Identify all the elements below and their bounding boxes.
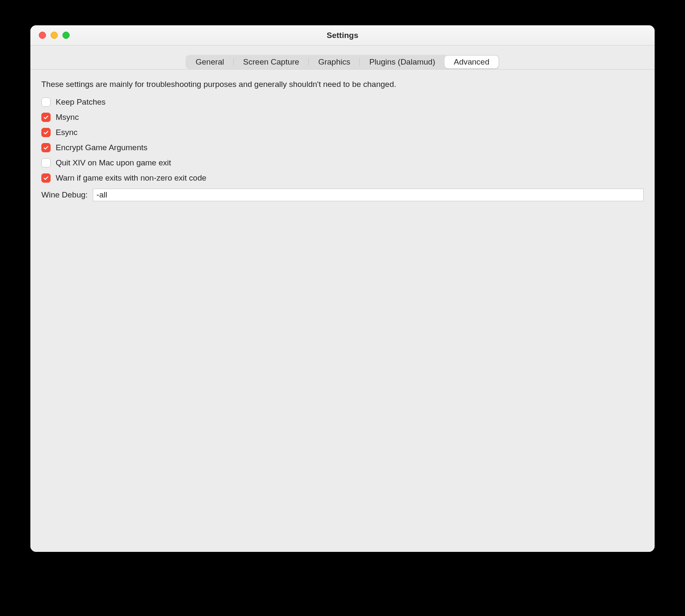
checkbox-quit-on-exit[interactable]: Quit XIV on Mac upon game exit xyxy=(41,158,644,168)
checkbox-encrypt-args[interactable]: Encrypt Game Arguments xyxy=(41,143,644,152)
checkbox-box[interactable] xyxy=(41,128,51,137)
checkbox-label: Keep Patches xyxy=(56,97,105,107)
checkbox-keep-patches[interactable]: Keep Patches xyxy=(41,97,644,107)
checkbox-label: Msync xyxy=(56,113,79,122)
check-icon xyxy=(43,145,49,151)
titlebar: Settings xyxy=(30,25,655,46)
checkbox-msync[interactable]: Msync xyxy=(41,113,644,122)
checkbox-label: Esync xyxy=(56,128,78,137)
minimize-button[interactable] xyxy=(51,32,58,39)
close-button[interactable] xyxy=(39,32,46,39)
window-title: Settings xyxy=(30,31,655,40)
traffic-lights xyxy=(30,32,70,39)
tab-plugins[interactable]: Plugins (Dalamud) xyxy=(360,56,444,68)
checkbox-label: Quit XIV on Mac upon game exit xyxy=(56,158,171,168)
tabbar-container: General Screen Capture Graphics Plugins … xyxy=(30,46,655,70)
checkbox-box[interactable] xyxy=(41,113,51,122)
checkbox-box[interactable] xyxy=(41,173,51,183)
checkbox-box[interactable] xyxy=(41,158,51,168)
tab-advanced[interactable]: Advanced xyxy=(445,56,499,68)
wine-debug-row: Wine Debug: xyxy=(41,189,644,201)
checkbox-esync[interactable]: Esync xyxy=(41,128,644,137)
wine-debug-label: Wine Debug: xyxy=(41,190,88,200)
advanced-description: These settings are mainly for troublesho… xyxy=(41,80,644,89)
advanced-panel: These settings are mainly for troublesho… xyxy=(30,70,655,552)
tab-graphics[interactable]: Graphics xyxy=(309,56,359,68)
checkbox-label: Encrypt Game Arguments xyxy=(56,143,148,152)
check-icon xyxy=(43,130,49,135)
settings-window: Settings General Screen Capture Graphics… xyxy=(30,25,655,552)
checkbox-label: Warn if game exits with non-zero exit co… xyxy=(56,173,206,183)
check-icon xyxy=(43,114,49,120)
tab-general[interactable]: General xyxy=(186,56,234,68)
tab-screen-capture[interactable]: Screen Capture xyxy=(234,56,308,68)
checkbox-warn-exit[interactable]: Warn if game exits with non-zero exit co… xyxy=(41,173,644,183)
checkbox-box[interactable] xyxy=(41,143,51,152)
check-icon xyxy=(43,175,49,181)
wine-debug-input[interactable] xyxy=(93,189,644,201)
zoom-button[interactable] xyxy=(62,32,70,39)
checkbox-box[interactable] xyxy=(41,97,51,107)
tabbar: General Screen Capture Graphics Plugins … xyxy=(186,55,500,69)
